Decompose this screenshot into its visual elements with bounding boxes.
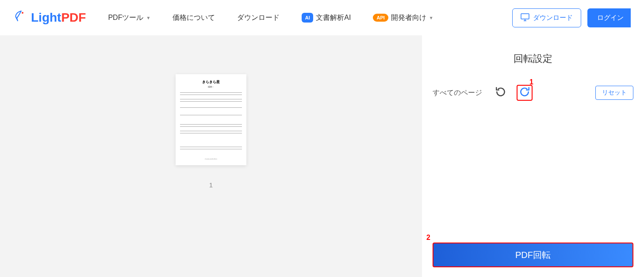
annotation-marker-2: 2: [426, 234, 430, 242]
sidebar-title: 回転設定: [433, 52, 633, 65]
nav-pricing[interactable]: 価格について: [172, 13, 215, 23]
reset-button[interactable]: リセット: [595, 86, 633, 100]
music-staff-block: [180, 91, 242, 104]
ai-badge-icon: AI: [302, 13, 313, 23]
nav-label: 価格について: [172, 13, 215, 23]
header: LightPDF PDFツール ▼ 価格について ダウンロード AI 文書解析A…: [0, 0, 644, 35]
action-wrap: 2 PDF回転: [433, 243, 633, 267]
nav: PDFツール ▼ 価格について ダウンロード AI 文書解析AI API 開発者…: [108, 13, 512, 23]
logo-icon: [13, 9, 27, 27]
rotate-ccw-icon: [495, 86, 506, 99]
all-pages-label: すべてのページ: [433, 88, 482, 98]
content: きらきら星 編曲： music-note-hiro 1 回転設定 すべてのページ…: [0, 35, 644, 277]
svg-point-0: [22, 12, 23, 14]
header-actions: ダウンロード ログイン: [512, 8, 631, 27]
nav-label: 文書解析AI: [316, 13, 351, 23]
rotate-pdf-button-label: PDF回転: [515, 249, 551, 261]
logo-text-light: Light: [31, 11, 61, 25]
document-title: きらきら星: [202, 80, 220, 84]
login-button[interactable]: ログイン: [587, 8, 631, 27]
logo-text-pdf: PDF: [61, 11, 86, 25]
music-staff-block: [180, 138, 242, 152]
download-button[interactable]: ダウンロード: [512, 8, 581, 27]
nav-label: PDFツール: [108, 13, 143, 23]
chevron-down-icon: ▼: [429, 15, 433, 20]
preview-area[interactable]: きらきら星 編曲： music-note-hiro 1: [0, 35, 422, 277]
svg-rect-1: [521, 14, 529, 19]
sidebar: 回転設定 すべてのページ 1 リセット 2 PDF回転: [422, 35, 644, 277]
nav-developer[interactable]: API 開発者向け ▼: [373, 13, 433, 23]
rotate-controls-row: すべてのページ 1 リセット: [433, 85, 633, 101]
music-staff-block: [180, 122, 242, 136]
rotate-pdf-button[interactable]: PDF回転: [433, 243, 633, 267]
chevron-down-icon: ▼: [146, 15, 150, 20]
login-button-label: ログイン: [597, 14, 624, 21]
logo[interactable]: LightPDF: [13, 9, 86, 27]
page-number: 1: [209, 181, 213, 189]
document-footer: music-note-hiro: [205, 158, 217, 160]
nav-label: ダウンロード: [237, 13, 280, 23]
nav-ai[interactable]: AI 文書解析AI: [302, 13, 351, 23]
nav-label: 開発者向け: [391, 13, 426, 23]
download-button-label: ダウンロード: [533, 14, 573, 22]
document-subtitle: 編曲：: [208, 85, 215, 88]
reset-button-label: リセット: [602, 89, 627, 96]
nav-pdf-tools[interactable]: PDFツール ▼: [108, 13, 150, 23]
nav-download[interactable]: ダウンロード: [237, 13, 280, 23]
music-staff-block: [180, 106, 242, 120]
api-badge-icon: API: [373, 14, 388, 22]
rotate-ccw-button[interactable]: [493, 85, 509, 101]
rotate-cw-icon: [519, 86, 530, 99]
rotate-cw-button[interactable]: 1: [517, 85, 533, 101]
monitor-icon: [521, 13, 529, 23]
annotation-marker-1: 1: [529, 78, 533, 86]
page-thumbnail[interactable]: きらきら星 編曲： music-note-hiro: [176, 74, 246, 165]
